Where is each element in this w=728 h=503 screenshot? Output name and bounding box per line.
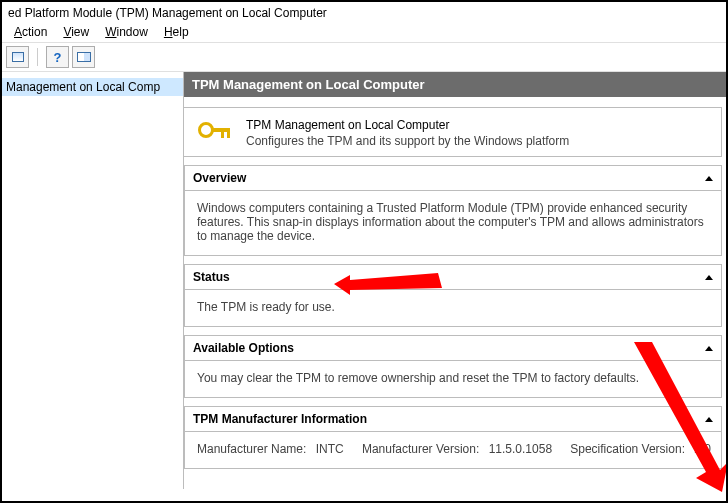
menu-action[interactable]: AActionction (14, 25, 47, 39)
tree-pane: Management on Local Comp (2, 72, 184, 489)
content-header: TPM Management on Local Computer (184, 72, 726, 97)
mfr-name: Manufacturer Name: INTC (197, 442, 344, 456)
hero-desc: Configures the TPM and its support by th… (246, 134, 709, 148)
collapse-icon (705, 275, 713, 280)
panel-mfr-heading: TPM Manufacturer Information (193, 412, 367, 426)
mfr-name-value: INTC (316, 442, 344, 456)
panel-overview-heading: Overview (193, 171, 246, 185)
panel-status: Status The TPM is ready for use. (184, 264, 722, 327)
mfr-version: Manufacturer Version: 11.5.0.1058 (362, 442, 552, 456)
hero-title: TPM Management on Local Computer (246, 118, 709, 132)
tree-item-tpm-management[interactable]: Management on Local Comp (2, 78, 183, 96)
menu-window[interactable]: WindowWindow (105, 25, 148, 39)
panel-mfr-head[interactable]: TPM Manufacturer Information (185, 407, 721, 432)
menu-help[interactable]: HelpHelp (164, 25, 189, 39)
content-pane: TPM Management on Local Computer TPM Man… (184, 72, 726, 489)
panel-overview-head[interactable]: Overview (185, 166, 721, 191)
help-icon: ? (54, 51, 62, 64)
panel-options-body: You may clear the TPM to remove ownershi… (185, 361, 721, 397)
panel-mfr: TPM Manufacturer Information Manufacture… (184, 406, 722, 469)
panel-overview: Overview Windows computers containing a … (184, 165, 722, 256)
collapse-icon (705, 417, 713, 422)
collapse-icon (705, 346, 713, 351)
mfr-spec-label: Specification Version: (570, 442, 685, 456)
show-hide-btn[interactable] (72, 46, 95, 68)
panel-status-heading: Status (193, 270, 230, 284)
menu-view[interactable]: ViewView (63, 25, 89, 39)
toolbar: ? (2, 43, 726, 72)
panel-options: Available Options You may clear the TPM … (184, 335, 722, 398)
mfr-version-value: 11.5.0.1058 (489, 442, 552, 456)
mfr-spec: Specification Version: 2.0 (570, 442, 711, 456)
panel-overview-body: Windows computers containing a Trusted P… (185, 191, 721, 255)
properties-btn[interactable] (6, 46, 29, 68)
properties-icon (12, 52, 24, 62)
help-btn[interactable]: ? (46, 46, 69, 68)
panel-status-head[interactable]: Status (185, 265, 721, 290)
panel-mfr-body: Manufacturer Name: INTC Manufacturer Ver… (185, 432, 721, 468)
key-icon (198, 118, 232, 148)
window-title: ed Platform Module (TPM) Management on L… (2, 2, 726, 22)
panel-options-heading: Available Options (193, 341, 294, 355)
hero-banner: TPM Management on Local Computer Configu… (184, 107, 722, 157)
collapse-icon (705, 176, 713, 181)
mfr-version-label: Manufacturer Version: (362, 442, 479, 456)
menu-bar: AActionction ViewView WindowWindow HelpH… (2, 22, 726, 43)
panel-status-body: The TPM is ready for use. (185, 290, 721, 326)
mfr-name-label: Manufacturer Name: (197, 442, 306, 456)
mfr-spec-value: 2.0 (694, 442, 711, 456)
panel-options-head[interactable]: Available Options (185, 336, 721, 361)
panel-icon (77, 52, 91, 62)
